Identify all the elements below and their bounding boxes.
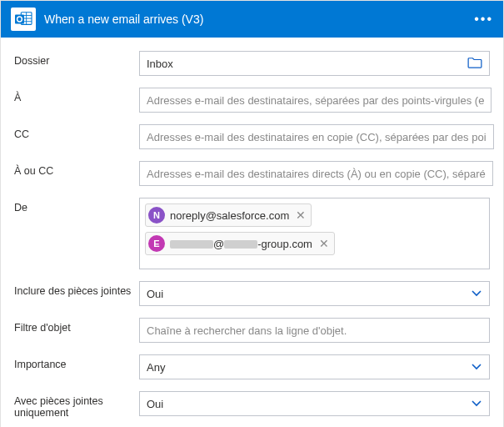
- input-cc[interactable]: Adresses e-mail des destinataires en cop…: [139, 124, 494, 149]
- chip-email: noreply@salesforce.com: [170, 209, 289, 222]
- select-value: Any: [147, 361, 466, 374]
- card-header[interactable]: When a new email arrives (V3) •••: [1, 1, 503, 38]
- select-value: Oui: [147, 288, 466, 300]
- label-importance: Importance: [14, 354, 139, 370]
- folder-picker[interactable]: Inbox: [139, 51, 490, 76]
- card-body: Dossier Inbox À Adresses e-mail des dest…: [1, 38, 503, 427]
- avatar: N: [148, 207, 165, 224]
- email-chip: E @-group.com ✕: [145, 232, 335, 255]
- trigger-card: When a new email arrives (V3) ••• Dossie…: [0, 0, 504, 427]
- card-title: When a new email arrives (V3): [44, 13, 466, 26]
- input-filtre[interactable]: Chaîne à rechercher dans la ligne d'obje…: [139, 318, 490, 343]
- label-avec: Avec pièces jointes uniquement: [14, 391, 139, 419]
- label-filtre: Filtre d'objet: [14, 318, 139, 334]
- placeholder-cc: Adresses e-mail des destinataires en cop…: [147, 131, 487, 143]
- chevron-down-icon: [471, 287, 482, 300]
- label-de: De: [14, 198, 139, 214]
- label-a-ou-cc: À ou CC: [14, 161, 139, 177]
- chevron-down-icon: [471, 397, 482, 410]
- placeholder-filtre: Chaîne à rechercher dans la ligne d'obje…: [147, 324, 482, 337]
- folder-value: Inbox: [147, 58, 462, 70]
- avatar: E: [148, 235, 165, 252]
- placeholder-a-ou-cc: Adresses e-mail des destinataires direct…: [147, 168, 486, 180]
- chip-email: @-group.com: [170, 238, 312, 250]
- label-dossier: Dossier: [14, 51, 139, 67]
- chip-remove-icon[interactable]: ✕: [319, 238, 329, 249]
- placeholder-a: Adresses e-mail des destinataires, sépar…: [147, 94, 484, 107]
- select-importance[interactable]: Any: [139, 354, 490, 379]
- label-a: À: [14, 88, 139, 103]
- more-options-button[interactable]: •••: [474, 12, 493, 27]
- chip-remove-icon[interactable]: ✕: [296, 209, 306, 221]
- label-inclure: Inclure des pièces jointes: [14, 281, 139, 297]
- chevron-down-icon: [471, 360, 482, 374]
- folder-icon[interactable]: [467, 57, 482, 71]
- email-chip: N noreply@salesforce.com ✕: [145, 203, 312, 227]
- label-cc: CC: [14, 124, 139, 140]
- input-de[interactable]: N noreply@salesforce.com ✕ E @-group.com…: [139, 198, 490, 269]
- input-a[interactable]: Adresses e-mail des destinataires, sépar…: [139, 88, 492, 113]
- select-value: Oui: [147, 398, 466, 410]
- outlook-icon: [11, 8, 36, 31]
- select-inclure[interactable]: Oui: [139, 281, 490, 306]
- input-a-ou-cc[interactable]: Adresses e-mail des destinataires direct…: [139, 161, 493, 186]
- select-avec[interactable]: Oui: [139, 391, 490, 416]
- svg-rect-5: [15, 15, 24, 24]
